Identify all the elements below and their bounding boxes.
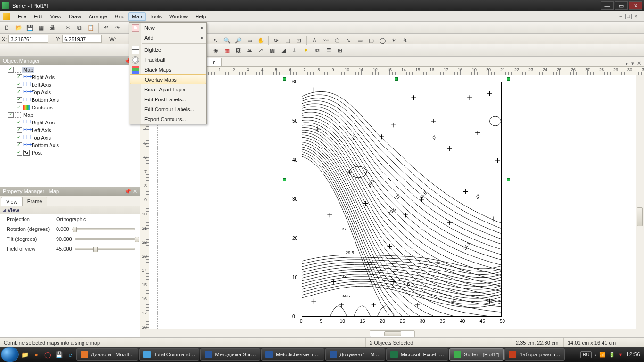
start-orb[interactable] — [1, 347, 19, 362]
mdi-minimize[interactable]: – — [618, 14, 624, 19]
tree-node[interactable]: Left Axis — [1, 126, 139, 134]
dd-overlay-maps[interactable]: Overlay Maps — [130, 74, 206, 84]
clock[interactable]: 12:56 — [626, 351, 640, 358]
menu-help[interactable]: Help — [191, 12, 210, 21]
cut-icon[interactable]: ✂ — [63, 23, 73, 33]
menu-draw[interactable]: Draw — [65, 12, 85, 21]
menu-edit[interactable]: Edit — [30, 12, 47, 21]
fit-icon[interactable]: ◫ — [282, 35, 293, 46]
ql-firefox-icon[interactable]: ● — [31, 349, 41, 360]
dd-stack-maps[interactable]: Stack Maps — [129, 65, 206, 74]
tree-node[interactable]: Post — [1, 149, 139, 156]
menu-view[interactable]: View — [47, 12, 66, 21]
print-icon[interactable]: 🖶 — [47, 23, 58, 33]
dd-edit-contour-labels[interactable]: Edit Contour Labels... — [129, 104, 206, 114]
ql-ie-icon[interactable]: e — [65, 349, 75, 360]
rect-icon[interactable]: ▭ — [355, 35, 365, 46]
tray-chevron-icon[interactable]: ‹ — [594, 352, 596, 357]
pan-icon[interactable]: ✋ — [256, 35, 266, 46]
selection-handle[interactable] — [507, 178, 510, 181]
prop-group-view[interactable]: View — [0, 206, 140, 214]
taskbar-item[interactable]: Лаборатрная р… — [504, 348, 564, 361]
property-row[interactable]: Rotation (degrees)0.000 — [0, 224, 140, 234]
tab-scroll-left-icon[interactable]: ▸ — [626, 60, 628, 66]
dd-add[interactable]: Add — [129, 33, 206, 42]
selection-handle[interactable] — [283, 178, 286, 181]
dd-new[interactable]: New — [129, 23, 206, 33]
ql-save-icon[interactable]: 💾 — [54, 349, 64, 360]
document-tab[interactable]: я — [206, 58, 222, 66]
checkbox[interactable] — [17, 90, 22, 95]
tab-list-icon[interactable]: ▾ — [631, 60, 634, 66]
tab-frame[interactable]: Frame — [22, 197, 48, 206]
menu-tools[interactable]: Tools — [146, 12, 165, 21]
taskbar-item[interactable]: Surfer - [Plot1*] — [449, 348, 504, 361]
checkbox[interactable] — [17, 127, 22, 133]
slider[interactable] — [75, 238, 135, 240]
property-row[interactable]: ProjectionOrthographic — [0, 214, 140, 224]
copy-icon[interactable]: ⧉ — [74, 23, 84, 33]
checkbox[interactable] — [17, 74, 22, 80]
tab-close-icon[interactable]: ✕ — [637, 60, 641, 66]
dd-trackball[interactable]: Trackball — [129, 55, 206, 65]
symbol-icon[interactable]: ✶ — [388, 35, 399, 46]
maximize-button[interactable]: ▭ — [615, 1, 628, 10]
open-icon[interactable]: 📂 — [13, 23, 24, 33]
tree-node[interactable]: Top Axis — [1, 134, 139, 141]
checkbox[interactable] — [17, 105, 22, 110]
tree-node[interactable]: Top Axis — [1, 89, 139, 96]
undo-icon[interactable]: ↶ — [101, 23, 111, 33]
polyline-icon[interactable]: 〰 — [321, 35, 331, 46]
checkbox[interactable] — [17, 135, 22, 140]
property-row[interactable]: Tilt (degrees)90.000 — [0, 234, 140, 244]
tree-node[interactable]: Right Axis — [1, 119, 139, 126]
menu-grid[interactable]: Grid — [111, 12, 128, 21]
ql-explorer-icon[interactable]: 📁 — [20, 349, 30, 360]
checkbox[interactable] — [17, 97, 22, 103]
menu-map[interactable]: Map — [128, 12, 146, 21]
tree-node[interactable]: Right Axis — [1, 74, 139, 81]
tree-node[interactable]: -Map — [1, 66, 139, 74]
taskbar-item[interactable]: Total Command… — [139, 348, 199, 361]
new-doc-icon[interactable]: 🗋 — [2, 23, 12, 33]
slider[interactable] — [75, 248, 135, 250]
mdi-close[interactable]: ✕ — [633, 14, 639, 19]
text-icon[interactable]: A — [309, 35, 320, 46]
panel-close-icon[interactable]: ✕ — [133, 189, 137, 195]
taskbar-item[interactable]: Документ1 - Mi… — [325, 348, 385, 361]
scroll-thumb[interactable] — [384, 331, 401, 336]
minimize-button[interactable]: — — [601, 1, 614, 10]
data-grid-icon[interactable]: ▦ — [36, 23, 46, 33]
plot-canvas[interactable]: 2729.53234.5373734.52729.53234.53229.5 0… — [149, 75, 636, 329]
property-row[interactable]: Field of view45.000 — [0, 244, 140, 254]
save-icon[interactable]: 💾 — [25, 23, 35, 33]
dd-export-contours[interactable]: Export Contours... — [129, 114, 206, 124]
tray-network-icon[interactable]: 📶 — [599, 352, 606, 358]
reshape-icon[interactable]: ↯ — [400, 35, 410, 46]
language-indicator[interactable]: RU — [580, 351, 592, 358]
map-plot[interactable]: 2729.53234.5373734.52729.53234.53229.5 0… — [286, 80, 507, 329]
zoom-in-icon[interactable]: 🔍 — [222, 35, 232, 46]
tree-node[interactable]: Left Axis — [1, 81, 139, 89]
rrect-icon[interactable]: ▢ — [366, 35, 376, 46]
polygon-icon[interactable]: ⬠ — [332, 35, 342, 46]
dd-edit-post-labels[interactable]: Edit Post Labels... — [129, 94, 206, 104]
selection-handle[interactable] — [507, 77, 510, 81]
menu-arrange[interactable]: Arrange — [85, 12, 111, 21]
actual-icon[interactable]: ⊡ — [294, 35, 304, 46]
dd-break-apart[interactable]: Break Apart Layer — [129, 84, 206, 94]
scroll-thumb[interactable] — [637, 207, 643, 226]
tree-node[interactable]: -Map — [1, 111, 139, 119]
redraw-icon[interactable]: ⟳ — [271, 35, 281, 46]
tree-node[interactable]: Bottom Axis — [1, 141, 139, 149]
selection-handle[interactable] — [283, 77, 286, 81]
coord-x-input[interactable] — [8, 35, 48, 43]
close-button[interactable]: ✕ — [629, 1, 642, 10]
taskbar-item[interactable]: Microsoft Excel -… — [386, 348, 448, 361]
pointer-icon[interactable]: ↖ — [210, 35, 221, 46]
tab-view[interactable]: View — [1, 197, 23, 206]
selection-handle[interactable] — [395, 77, 398, 81]
taskbar-item[interactable]: Методичка Sur… — [200, 348, 260, 361]
checkbox[interactable] — [17, 120, 22, 125]
vertical-scrollbar[interactable] — [636, 75, 644, 329]
